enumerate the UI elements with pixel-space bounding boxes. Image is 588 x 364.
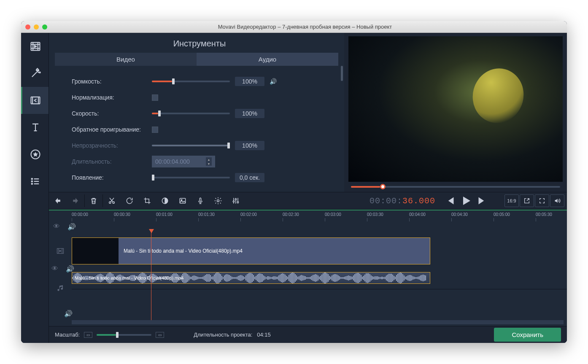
horizontal-scrollbar[interactable]: [72, 320, 564, 324]
ruler-tick: 00:04:00: [409, 212, 426, 217]
sidebar-item-titles[interactable]: [21, 114, 49, 141]
video-track[interactable]: Malú - Sin ti todo anda mal - Video Ofic…: [72, 237, 567, 265]
color-button[interactable]: [156, 192, 174, 210]
tab-audio[interactable]: Аудио: [197, 53, 338, 66]
preview-seekbar[interactable]: [348, 182, 563, 192]
volume-slider[interactable]: [152, 81, 230, 82]
volume-icon[interactable]: 🔊: [270, 78, 277, 85]
svg-point-15: [233, 201, 234, 202]
timeline: 00:00:0000:00:3000:01:0000:01:3000:02:00…: [49, 210, 567, 326]
sidebar-item-stickers[interactable]: [21, 141, 49, 168]
music-track-icon[interactable]: [49, 278, 72, 298]
sidebar-item-transitions[interactable]: [21, 87, 49, 114]
music-track[interactable]: [72, 289, 567, 309]
window-controls: [25, 24, 47, 30]
speed-label: Скорость:: [72, 110, 152, 117]
popout-button[interactable]: [520, 194, 534, 207]
fullscreen-button[interactable]: [535, 194, 549, 207]
duration-input: 00:00:04.000 ▲▼: [152, 156, 215, 167]
reverse-checkbox[interactable]: [152, 127, 158, 133]
preview-viewport[interactable]: [348, 36, 563, 182]
zoom-slider[interactable]: [97, 334, 151, 336]
timeline-ruler[interactable]: 00:00:0000:00:3000:01:0000:01:3000:02:00…: [49, 210, 567, 223]
svg-point-2: [39, 72, 40, 73]
ruler-tick: 00:05:30: [536, 212, 552, 217]
reverse-label: Обратное проигрывание:: [72, 126, 152, 133]
ruler-tick: 00:00:30: [114, 212, 130, 217]
ruler-tick: 00:03:30: [367, 212, 383, 217]
maximize-icon[interactable]: [42, 24, 47, 30]
crop-button[interactable]: [138, 192, 156, 210]
ruler-tick: 00:05:00: [494, 212, 510, 217]
minimize-icon[interactable]: [34, 24, 39, 30]
audio-clip[interactable]: Malú - Sin ti todo anda mal - Video Ofic…: [72, 272, 430, 284]
close-icon[interactable]: [25, 24, 30, 30]
duration-label: Длительность:: [72, 158, 152, 165]
aspect-button[interactable]: 16:9: [504, 194, 519, 207]
cut-button[interactable]: [103, 192, 121, 210]
normalize-checkbox[interactable]: [152, 94, 158, 101]
sidebar-item-media[interactable]: [21, 33, 49, 60]
project-duration-label: Длительность проекта:: [194, 332, 252, 338]
equalizer-button[interactable]: [227, 192, 245, 210]
video-clip[interactable]: Malú - Sin ti todo anda mal - Video Ofic…: [72, 237, 430, 264]
image-button[interactable]: [174, 192, 192, 210]
svg-point-8: [109, 202, 111, 203]
clip-label: Malú - Sin ti todo anda mal - Video Ofic…: [124, 248, 243, 254]
volume-value: 100%: [235, 77, 264, 86]
ruler-tick: 00:03:00: [325, 212, 341, 217]
redo-button[interactable]: [67, 192, 84, 210]
app-window: Movavi Видеоредактор – 7-дневная пробная…: [21, 21, 567, 343]
ruler-tick: 00:04:30: [451, 212, 468, 217]
volume-icon[interactable]: 🔊: [64, 310, 73, 318]
mid-toolbar: 00:00:36.000 16:9: [49, 192, 567, 210]
prev-button[interactable]: [443, 194, 457, 207]
project-duration-value: 04:15: [257, 332, 271, 338]
scrollbar-thumb[interactable]: [341, 66, 343, 81]
svg-point-6: [32, 181, 32, 182]
ruler-tick: 00:00:00: [72, 212, 88, 217]
fadein-slider[interactable]: [152, 177, 230, 178]
sidebar: [21, 33, 49, 343]
next-button[interactable]: [475, 194, 489, 207]
ruler-tick: 00:02:00: [240, 212, 257, 217]
play-button[interactable]: [459, 194, 473, 207]
delete-button[interactable]: [85, 192, 102, 210]
svg-point-14: [217, 200, 219, 202]
svg-point-17: [237, 202, 238, 203]
ruler-tick: 00:01:00: [156, 212, 173, 217]
fadein-label: Появление:: [72, 174, 152, 181]
audio-button[interactable]: [550, 194, 564, 207]
volume-icon[interactable]: 🔊: [67, 223, 76, 231]
zoom-in-button[interactable]: ▭: [156, 332, 164, 338]
normalize-label: Нормализация:: [72, 94, 152, 101]
settings-button[interactable]: [209, 192, 227, 210]
fadein-value: 0,0 сек.: [235, 173, 264, 182]
window-title: Movavi Видеоредактор – 7-дневная пробная…: [47, 24, 563, 30]
audio-clip-label: Malú - Sin ti todo anda mal - Video Ofic…: [75, 275, 183, 280]
tools-tabs: Видео Аудио: [55, 53, 338, 66]
preview-frame: [348, 36, 563, 182]
rotate-button[interactable]: [121, 192, 138, 210]
sidebar-item-filters[interactable]: [21, 60, 49, 87]
tab-video[interactable]: Видео: [55, 53, 197, 66]
svg-point-9: [113, 202, 114, 203]
audio-track[interactable]: Malú - Sin ti todo anda mal - Video Ofic…: [72, 272, 567, 285]
speed-slider[interactable]: [152, 113, 230, 114]
titlebar: Movavi Видеоредактор – 7-дневная пробная…: [21, 21, 567, 33]
opacity-label: Непрозрачность:: [72, 142, 152, 149]
timecode-display: 00:00:36.000: [370, 196, 435, 206]
eye-icon[interactable]: 👁: [53, 223, 60, 230]
svg-point-16: [235, 199, 236, 200]
undo-button[interactable]: [49, 192, 67, 210]
opacity-value: 100%: [235, 141, 264, 150]
video-track-icon[interactable]: [49, 237, 72, 265]
zoom-out-button[interactable]: ▭: [84, 332, 92, 338]
record-button[interactable]: [192, 192, 209, 210]
timeline-tracks: Malú - Sin ti todo anda mal - Video Ofic…: [49, 230, 567, 320]
tools-title: Инструменты: [55, 39, 344, 49]
ruler-tick: 00:02:30: [283, 212, 299, 217]
sidebar-item-more[interactable]: [21, 168, 49, 195]
save-button[interactable]: Сохранить: [494, 328, 561, 342]
opacity-slider: [152, 145, 230, 146]
